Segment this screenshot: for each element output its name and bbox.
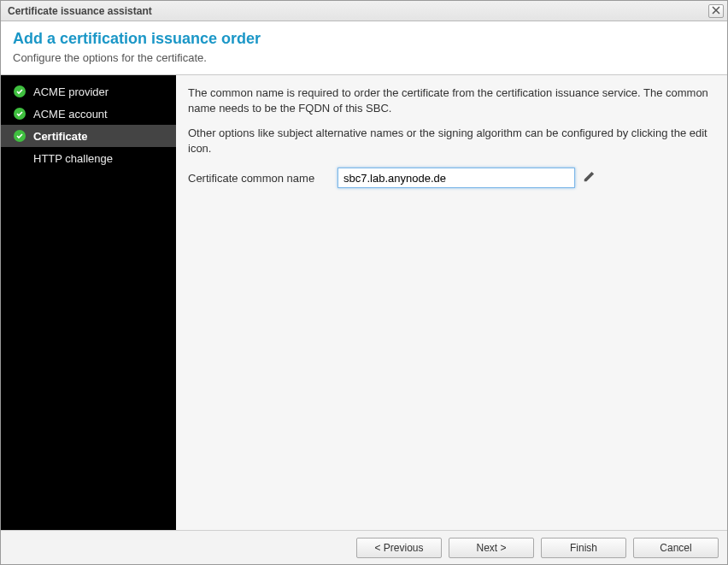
check-icon: [13, 129, 26, 143]
finish-button[interactable]: Finish: [541, 538, 626, 558]
window-title: Certificate issuance assistant: [8, 5, 152, 17]
common-name-row: Certificate common name: [188, 168, 713, 188]
sidebar-item-http-challenge[interactable]: HTTP challenge: [1, 147, 176, 169]
next-button[interactable]: Next >: [449, 538, 534, 558]
sidebar-item-label: Certificate: [33, 130, 88, 143]
edit-common-name-button[interactable]: [580, 169, 597, 186]
content-panel: The common name is required to order the…: [176, 75, 727, 530]
common-name-input[interactable]: [338, 168, 575, 188]
footer: < Previous Next > Finish Cancel: [1, 530, 727, 564]
close-button[interactable]: [708, 4, 724, 18]
close-icon: [712, 5, 720, 17]
sidebar-item-certificate[interactable]: Certificate: [1, 125, 176, 147]
page-title: Add a certification issuance order: [13, 30, 715, 48]
pencil-icon: [583, 171, 595, 185]
previous-button[interactable]: < Previous: [356, 538, 442, 558]
sidebar-item-label: ACME account: [33, 108, 108, 121]
header-panel: Add a certification issuance order Confi…: [1, 21, 727, 75]
sidebar-item-acme-account[interactable]: ACME account: [1, 103, 176, 125]
sidebar-item-label: HTTP challenge: [33, 152, 113, 165]
cancel-button[interactable]: Cancel: [633, 538, 719, 558]
dialog-window: Certificate issuance assistant Add a cer…: [0, 0, 728, 565]
wizard-sidebar: ACME provider ACME account Certificate H…: [1, 75, 176, 530]
info-paragraph-2: Other options like subject alternative n…: [188, 126, 713, 156]
body-area: ACME provider ACME account Certificate H…: [1, 75, 727, 530]
sidebar-item-acme-provider[interactable]: ACME provider: [1, 80, 176, 103]
check-icon: [13, 85, 26, 98]
titlebar: Certificate issuance assistant: [1, 1, 727, 21]
step-icon-empty: [13, 151, 26, 165]
info-paragraph-1: The common name is required to order the…: [188, 85, 713, 115]
page-subtitle: Configure the options for the certificat…: [13, 51, 715, 64]
check-icon: [13, 107, 26, 121]
common-name-label: Certificate common name: [188, 172, 338, 185]
sidebar-item-label: ACME provider: [33, 85, 109, 98]
